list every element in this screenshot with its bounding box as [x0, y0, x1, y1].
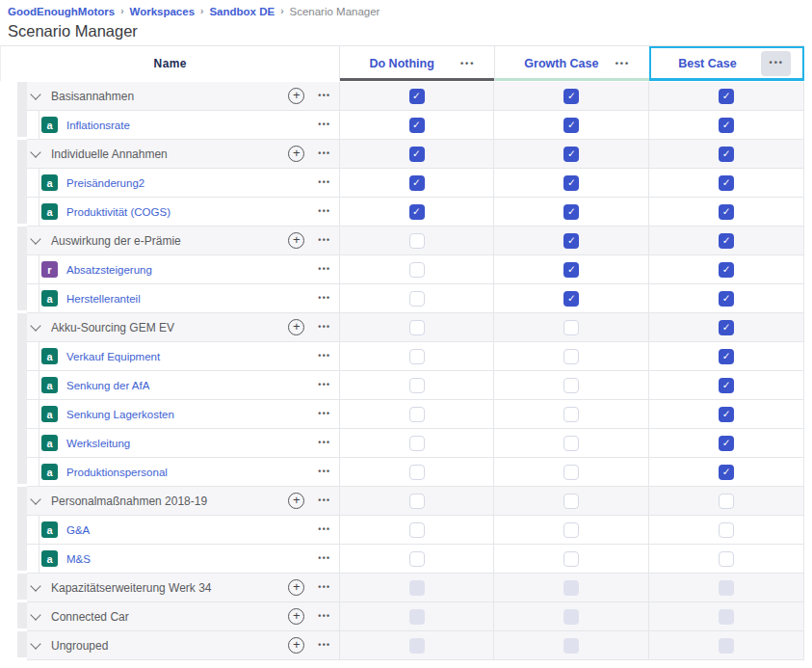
- row-menu-button[interactable]: •••: [318, 92, 330, 100]
- breadcrumb-link-workspaces[interactable]: Workspaces: [130, 5, 196, 18]
- item-link[interactable]: Produktivität (COGS): [66, 206, 170, 218]
- checkbox-do-nothing[interactable]: [409, 118, 425, 133]
- checkbox-growth-case[interactable]: [563, 407, 579, 422]
- checkbox-do-nothing[interactable]: [409, 320, 425, 335]
- item-link[interactable]: Werksleitung: [66, 438, 130, 449]
- row-menu-button[interactable]: •••: [318, 612, 330, 621]
- checkbox-growth-case[interactable]: [563, 118, 579, 133]
- add-item-button[interactable]: +: [288, 319, 304, 335]
- breadcrumb-link-sandbox[interactable]: Sandbox DE: [209, 5, 275, 18]
- checkbox-growth-case[interactable]: [563, 175, 579, 191]
- checkbox-best-case[interactable]: [719, 118, 734, 133]
- checkbox-growth-case[interactable]: [563, 262, 579, 278]
- checkbox-growth-case[interactable]: [563, 89, 579, 104]
- checkbox-do-nothing[interactable]: [409, 262, 425, 278]
- row-menu-button[interactable]: •••: [318, 294, 330, 303]
- add-item-button[interactable]: +: [288, 579, 304, 596]
- checkbox-best-case[interactable]: [719, 147, 734, 162]
- chevron-down-icon[interactable]: [30, 233, 40, 244]
- checkbox-best-case[interactable]: [719, 378, 734, 393]
- breadcrumb-link-workspace-root[interactable]: GoodEnoughMotors: [8, 5, 115, 18]
- checkbox-growth-case[interactable]: [563, 204, 579, 220]
- checkbox-best-case[interactable]: [719, 89, 734, 104]
- item-link[interactable]: Herstelleranteil: [66, 293, 141, 305]
- checkbox-best-case[interactable]: [719, 262, 734, 278]
- checkbox-growth-case[interactable]: [563, 436, 579, 451]
- row-menu-button[interactable]: •••: [318, 439, 330, 447]
- add-item-button[interactable]: +: [288, 232, 304, 249]
- chevron-down-icon[interactable]: [30, 609, 40, 620]
- checkbox-growth-case[interactable]: [563, 378, 579, 393]
- row-menu-button[interactable]: •••: [318, 120, 330, 129]
- scenario-menu-button-growth-case[interactable]: •••: [616, 60, 630, 68]
- scenario-label-best-case[interactable]: Best Case: [678, 57, 736, 70]
- checkbox-do-nothing[interactable]: [409, 436, 425, 451]
- chevron-down-icon[interactable]: [30, 580, 40, 591]
- chevron-down-icon[interactable]: [30, 494, 40, 504]
- add-item-button[interactable]: +: [288, 608, 304, 625]
- row-menu-button[interactable]: •••: [318, 323, 330, 332]
- add-item-button[interactable]: +: [288, 146, 304, 162]
- checkbox-best-case[interactable]: [719, 291, 734, 307]
- checkbox-do-nothing[interactable]: [409, 233, 425, 249]
- checkbox-growth-case[interactable]: [563, 551, 579, 567]
- row-menu-button[interactable]: •••: [318, 468, 330, 476]
- checkbox-best-case[interactable]: [719, 522, 734, 538]
- item-link[interactable]: Senkung Lagerkosten: [66, 409, 174, 420]
- scenario-column-do-nothing[interactable]: Do Nothing •••: [339, 46, 494, 81]
- chevron-down-icon[interactable]: [30, 147, 40, 157]
- checkbox-do-nothing[interactable]: [409, 551, 425, 567]
- scenario-column-growth-case[interactable]: Growth Case •••: [494, 46, 649, 81]
- row-menu-button[interactable]: •••: [318, 178, 330, 187]
- item-link[interactable]: Inflationsrate: [66, 120, 130, 131]
- scenario-label-do-nothing[interactable]: Do Nothing: [369, 57, 433, 70]
- row-menu-button[interactable]: •••: [318, 641, 330, 650]
- row-menu-button[interactable]: •••: [318, 265, 330, 274]
- checkbox-growth-case[interactable]: [563, 291, 579, 307]
- chevron-down-icon[interactable]: [30, 638, 40, 649]
- add-item-button[interactable]: +: [288, 637, 304, 654]
- scenario-menu-button-best-case[interactable]: •••: [761, 51, 791, 76]
- checkbox-best-case[interactable]: [719, 204, 734, 220]
- name-column-header[interactable]: Name: [1, 46, 339, 81]
- checkbox-growth-case[interactable]: [563, 320, 579, 335]
- row-menu-button[interactable]: •••: [318, 352, 330, 361]
- checkbox-do-nothing[interactable]: [409, 522, 425, 538]
- checkbox-growth-case[interactable]: [563, 233, 579, 249]
- row-menu-button[interactable]: •••: [318, 496, 330, 505]
- scenario-menu-button-do-nothing[interactable]: •••: [460, 60, 475, 68]
- row-menu-button[interactable]: •••: [318, 207, 330, 216]
- row-menu-button[interactable]: •••: [318, 583, 330, 592]
- checkbox-best-case[interactable]: [719, 436, 734, 451]
- checkbox-growth-case[interactable]: [563, 465, 579, 480]
- item-link[interactable]: Absatzsteigerung: [66, 264, 152, 276]
- checkbox-best-case[interactable]: [719, 175, 734, 191]
- add-item-button[interactable]: +: [288, 493, 304, 509]
- checkbox-do-nothing[interactable]: [409, 407, 425, 422]
- row-menu-button[interactable]: •••: [318, 410, 330, 418]
- checkbox-best-case[interactable]: [719, 494, 734, 509]
- chevron-down-icon[interactable]: [30, 89, 40, 99]
- checkbox-growth-case[interactable]: [563, 349, 579, 364]
- checkbox-do-nothing[interactable]: [409, 349, 425, 364]
- checkbox-do-nothing[interactable]: [409, 89, 425, 104]
- checkbox-best-case[interactable]: [719, 349, 734, 364]
- item-link[interactable]: Verkauf Equipment: [66, 351, 160, 362]
- chevron-down-icon[interactable]: [30, 320, 40, 331]
- checkbox-best-case[interactable]: [719, 551, 734, 567]
- item-link[interactable]: Produktionspersonal: [66, 467, 168, 478]
- item-link[interactable]: Preisänderung2: [66, 177, 144, 189]
- checkbox-best-case[interactable]: [719, 233, 734, 249]
- add-item-button[interactable]: +: [288, 88, 304, 104]
- checkbox-do-nothing[interactable]: [409, 147, 425, 162]
- checkbox-growth-case[interactable]: [563, 147, 579, 162]
- checkbox-best-case[interactable]: [719, 407, 734, 422]
- checkbox-do-nothing[interactable]: [409, 494, 425, 509]
- scenario-column-best-case[interactable]: Best Case •••: [649, 46, 804, 81]
- item-link[interactable]: G&A: [66, 524, 90, 536]
- checkbox-do-nothing[interactable]: [409, 204, 425, 220]
- row-menu-button[interactable]: •••: [318, 149, 330, 158]
- row-menu-button[interactable]: •••: [318, 236, 330, 245]
- checkbox-do-nothing[interactable]: [409, 175, 425, 191]
- scenario-label-growth-case[interactable]: Growth Case: [524, 57, 598, 70]
